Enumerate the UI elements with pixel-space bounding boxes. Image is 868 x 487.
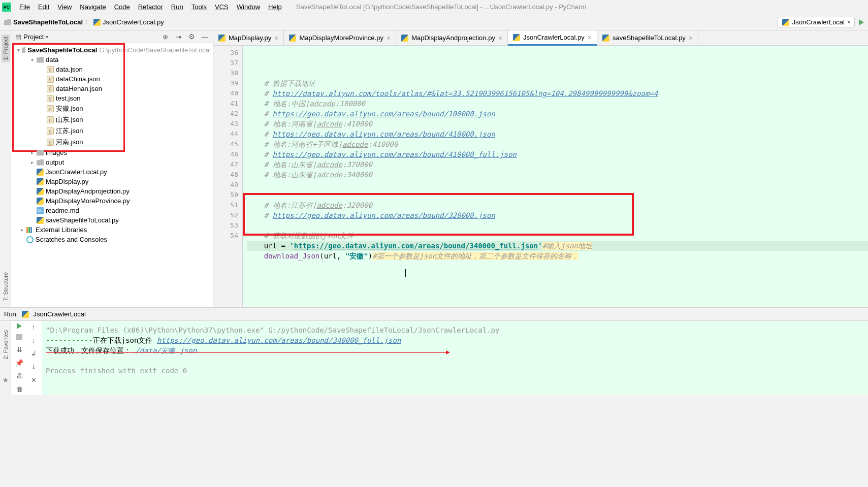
stop-icon[interactable]: [16, 334, 22, 340]
pin-icon[interactable]: 📌: [15, 359, 23, 367]
scroll-icon[interactable]: ⤓: [29, 363, 38, 371]
menu-refactor[interactable]: Refactor: [134, 1, 167, 13]
menu-window[interactable]: Window: [233, 1, 264, 13]
print-icon[interactable]: 🖶: [15, 372, 23, 380]
breadcrumb-project[interactable]: SaveShapefileToLocal: [4, 18, 83, 26]
tree-item[interactable]: M↓readme.md: [11, 206, 213, 215]
code-line[interactable]: url = 'https://geo.datav.aliyun.com/area…: [247, 241, 868, 251]
tree-item-label: output: [46, 158, 64, 166]
tree-item[interactable]: MapDisplayAndprojection.py: [11, 186, 213, 196]
trash-icon[interactable]: 🗑: [15, 385, 23, 393]
tree-item[interactable]: {}河南.json: [11, 137, 213, 148]
tree-item-label: 山东.json: [56, 115, 83, 124]
tree-item[interactable]: {}dataHenan.json: [11, 84, 213, 93]
menu-help[interactable]: Help: [264, 1, 286, 13]
menu-file[interactable]: File: [15, 1, 34, 13]
code-line[interactable]: # https://geo.datav.aliyun.com/areas/bou…: [247, 129, 868, 139]
arrow-up-icon[interactable]: ↑: [32, 323, 36, 331]
tree-item[interactable]: {}安徽.json: [11, 103, 213, 114]
code-line[interactable]: # 地名:山东省|adcode:370000: [247, 159, 868, 170]
tree-item[interactable]: saveShapefileToLocal.py: [11, 215, 213, 225]
hide-icon[interactable]: —: [201, 33, 209, 41]
code-line[interactable]: # 地名:山东省|adcode:340000: [247, 170, 868, 180]
editor-tab[interactable]: MapDisplayAndprojection.py×: [396, 30, 508, 45]
tree-item[interactable]: ▾data: [11, 55, 213, 64]
code-line[interactable]: [247, 261, 868, 271]
editor-tab[interactable]: MapDisplayMoreProvince.py×: [284, 30, 396, 45]
run-config-name: JsonCrawlerLocal: [33, 310, 85, 318]
menu-run[interactable]: Run: [167, 1, 187, 13]
code-line[interactable]: # 地名:中国|adcode:100000: [247, 99, 868, 109]
code-line[interactable]: [247, 220, 868, 231]
code-line[interactable]: # 地名:河南省+子区域|adcode:410000: [247, 139, 868, 149]
locate-icon[interactable]: ⊕: [161, 33, 169, 41]
tree-external-libs[interactable]: ▸ External Libraries: [11, 225, 213, 235]
tree-root[interactable]: ▾ SaveShapefileToLocal G:\pythonCode\Sav…: [11, 45, 213, 55]
close-icon[interactable]: ×: [387, 34, 391, 42]
breadcrumb-file[interactable]: JsonCrawlerLocal.py: [93, 18, 164, 26]
sidebar-tab-structure[interactable]: 7: Structure: [2, 270, 10, 303]
tree-item[interactable]: {}山东.json: [11, 114, 213, 125]
tree-item[interactable]: MapDisplay.py: [11, 177, 213, 186]
sidebar-tab-favorites[interactable]: 2: Favorites: [2, 328, 10, 361]
layout-icon[interactable]: ⇊: [15, 345, 23, 353]
code-line[interactable]: download_Json(url, "安徽")#第一个参数是json文件的地址…: [247, 251, 868, 261]
tree-item[interactable]: MapDisplayMoreProvince.py: [11, 196, 213, 206]
close-icon[interactable]: ×: [689, 34, 693, 42]
collapse-icon[interactable]: ⇥: [174, 33, 182, 41]
tree-item[interactable]: {}dataChina.json: [11, 74, 213, 84]
tree-scratches[interactable]: Scratches and Consoles: [11, 235, 213, 244]
rerun-icon[interactable]: [17, 323, 22, 329]
run-config-dropdown[interactable]: JsonCrawlerLocal ▾: [778, 17, 855, 27]
menu-tools[interactable]: Tools: [187, 1, 211, 13]
code-line[interactable]: # https://geo.datav.aliyun.com/areas/bou…: [247, 149, 868, 159]
menu-navigate[interactable]: Navigate: [76, 1, 110, 13]
tree-item[interactable]: {}江苏.json: [11, 125, 213, 137]
code-line[interactable]: # http://datav.aliyun.com/tools/atlas/#&…: [247, 88, 868, 99]
code-line[interactable]: # 数据下载地址: [247, 78, 868, 88]
tree-item[interactable]: ▸output: [11, 157, 213, 167]
code-line[interactable]: # https://geo.datav.aliyun.com/areas/bou…: [247, 210, 868, 220]
code-line[interactable]: # https://geo.datav.aliyun.com/areas/bou…: [247, 109, 868, 119]
tree-item[interactable]: ▸images: [11, 148, 213, 157]
project-title[interactable]: ▤ Project ▾: [15, 33, 48, 41]
editor-tab[interactable]: MapDisplay.py×: [213, 30, 284, 45]
close-icon[interactable]: ×: [274, 34, 278, 42]
tree-item[interactable]: JsonCrawlerLocal.py: [11, 167, 213, 177]
editor-tab[interactable]: saveShapefileToLocal.py×: [597, 30, 698, 45]
softwrap-icon[interactable]: ↲: [29, 349, 38, 358]
tree-item-label: data: [46, 56, 58, 63]
run-output[interactable]: "D:\Program Files (x86)\Python\Python37\…: [42, 321, 868, 395]
chevron-right-icon[interactable]: ▸: [29, 159, 35, 165]
close-icon[interactable]: ×: [498, 34, 502, 42]
tree-item-label: readme.md: [46, 207, 79, 214]
code-line[interactable]: [247, 190, 868, 200]
chevron-right-icon[interactable]: ▸: [19, 227, 24, 233]
chevron-down-icon[interactable]: ▾: [29, 57, 35, 62]
project-tree: ▾ SaveShapefileToLocal G:\pythonCode\Sav…: [11, 43, 213, 307]
sidebar-tab-project[interactable]: 1: Project: [2, 35, 10, 62]
tree-item[interactable]: {}data.json: [11, 64, 213, 74]
code-line[interactable]: # 地名:河南省|adcode:410000: [247, 119, 868, 129]
code-editor[interactable]: 36373839404142434445464748495051525354 #…: [213, 46, 868, 307]
close-icon[interactable]: ×: [588, 34, 592, 42]
menu-edit[interactable]: Edit: [34, 1, 53, 13]
code-line[interactable]: # 获取对应数据的json文件: [247, 231, 868, 241]
play-icon[interactable]: [859, 19, 864, 25]
menu-code[interactable]: Code: [110, 1, 134, 13]
code-line[interactable]: # 地名:江苏省|adcode:320000: [247, 200, 868, 210]
gear-icon[interactable]: [187, 33, 196, 41]
menu-vcs[interactable]: VCS: [211, 1, 233, 13]
code-line[interactable]: [247, 180, 868, 190]
code-content[interactable]: # 数据下载地址 # http://datav.aliyun.com/tools…: [243, 46, 868, 307]
python-icon: [37, 178, 44, 185]
chevron-right-icon[interactable]: ▸: [29, 150, 35, 155]
arrow-down-icon[interactable]: ↓: [32, 336, 36, 344]
close-panel-icon[interactable]: ✕: [29, 376, 38, 384]
editor-tab[interactable]: JsonCrawlerLocal.py×: [508, 30, 597, 46]
tree-item[interactable]: {}test.json: [11, 93, 213, 103]
editor-tab-label: saveShapefileToLocal.py: [613, 34, 686, 42]
chevron-down-icon[interactable]: ▾: [17, 47, 20, 53]
menu-view[interactable]: View: [53, 1, 76, 13]
project-panel: ▤ Project ▾ ⊕ ⇥ — ▾ SaveShapefileToLocal…: [11, 30, 213, 307]
